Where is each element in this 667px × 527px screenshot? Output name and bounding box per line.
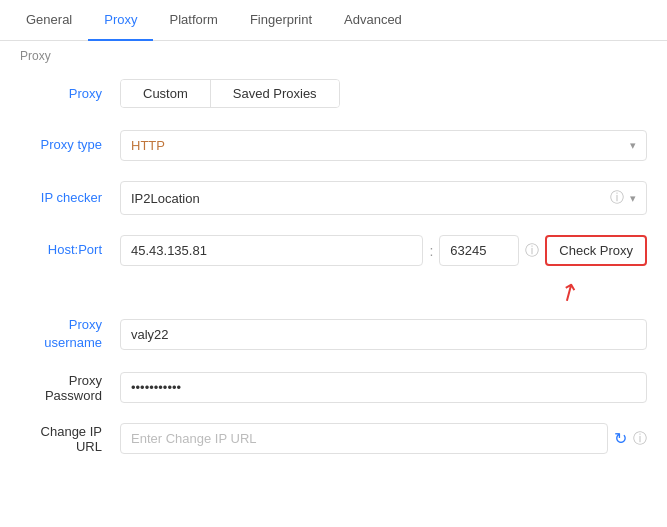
tab-advanced[interactable]: Advanced [328, 0, 418, 41]
host-input[interactable] [120, 235, 423, 266]
tab-proxy[interactable]: Proxy [88, 0, 153, 41]
proxy-password-input[interactable] [120, 372, 647, 403]
port-input[interactable] [439, 235, 519, 266]
proxy-toggle-group: Custom Saved Proxies [120, 79, 340, 108]
proxy-username-content [120, 319, 647, 350]
ip-checker-chevron-icon: ▾ [630, 192, 636, 205]
red-arrow-icon: ↗ [553, 275, 584, 309]
host-port-row: Host:Port : ⓘ Check Proxy [0, 225, 667, 276]
change-ip-url-label: Change IP URL [20, 424, 120, 454]
proxy-password-row: Proxy Password [0, 362, 667, 413]
change-ip-url-row: Change IP URL ↻ ⓘ [0, 413, 667, 464]
toggle-custom[interactable]: Custom [121, 80, 211, 107]
tab-platform[interactable]: Platform [153, 0, 233, 41]
ip-checker-label: IP checker [20, 189, 120, 207]
proxy-type-content: HTTP ▾ [120, 130, 647, 161]
proxy-toggle-row: Proxy Custom Saved Proxies [0, 67, 667, 120]
ip-checker-info-icon[interactable]: ⓘ [610, 189, 624, 207]
proxy-type-row: Proxy type HTTP ▾ [0, 120, 667, 171]
ip-checker-value: IP2Location [131, 191, 200, 206]
proxy-password-content [120, 372, 647, 403]
ip-checker-select[interactable]: IP2Location ⓘ ▾ [120, 181, 647, 215]
proxy-type-value: HTTP [131, 138, 165, 153]
host-port-content: : ⓘ Check Proxy [120, 235, 647, 266]
tab-general[interactable]: General [10, 0, 88, 41]
proxy-type-label: Proxy type [20, 136, 120, 154]
tab-fingerprint[interactable]: Fingerprint [234, 0, 328, 41]
check-proxy-button[interactable]: Check Proxy [545, 235, 647, 266]
proxy-username-row: Proxy username [0, 306, 667, 362]
proxy-type-chevron-icon: ▾ [630, 139, 636, 152]
proxy-field-label: Proxy [20, 86, 120, 101]
ip-checker-content: IP2Location ⓘ ▾ [120, 181, 647, 215]
host-port-colon: : [429, 243, 433, 259]
host-port-info-icon[interactable]: ⓘ [525, 242, 539, 260]
toggle-saved-proxies[interactable]: Saved Proxies [211, 80, 339, 107]
ip-checker-row: IP checker IP2Location ⓘ ▾ [0, 171, 667, 225]
nav-tabs: General Proxy Platform Fingerprint Advan… [0, 0, 667, 41]
arrow-annotation: ↗ [0, 276, 667, 306]
proxy-username-input[interactable] [120, 319, 647, 350]
section-label: Proxy [0, 41, 667, 67]
change-ip-info-icon[interactable]: ⓘ [633, 430, 647, 448]
change-ip-url-input[interactable] [120, 423, 608, 454]
refresh-icon[interactable]: ↻ [614, 429, 627, 448]
proxy-username-label: Proxy username [20, 316, 120, 352]
proxy-password-label: Proxy Password [20, 373, 120, 403]
change-ip-url-content: ↻ ⓘ [120, 423, 647, 454]
proxy-type-select[interactable]: HTTP ▾ [120, 130, 647, 161]
host-port-label: Host:Port [20, 241, 120, 259]
